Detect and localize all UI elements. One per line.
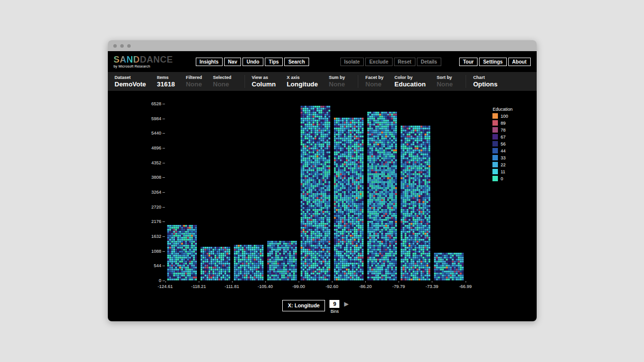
legend-row[interactable]: 11: [492, 169, 512, 174]
control-bar: DatasetDemoVoteItems31618FilteredNoneSel…: [108, 72, 537, 91]
y-tick-label: 2176: [135, 219, 161, 224]
legend-swatch: [492, 162, 498, 167]
logo-dance: DANCE: [140, 55, 173, 65]
menu-button-insights[interactable]: Insights: [196, 58, 223, 66]
control-value: 31618: [157, 80, 175, 88]
control-label: Chart: [473, 75, 497, 80]
control-view-as[interactable]: View asColumn: [252, 75, 276, 88]
control-selected[interactable]: SelectedNone: [213, 75, 232, 88]
legend-value-label: 56: [500, 142, 505, 146]
menu-button-tips[interactable]: Tips: [265, 58, 283, 66]
window-control-dot-3[interactable]: [127, 44, 131, 48]
legend-row[interactable]: 67: [492, 134, 512, 140]
x-tick-mark: [399, 281, 399, 283]
legend-row[interactable]: 33: [492, 155, 512, 160]
control-items[interactable]: Items31618: [157, 75, 175, 88]
control-value: Options: [473, 80, 497, 88]
y-tick-label: 1632: [135, 234, 161, 239]
bins-input[interactable]: 9: [329, 300, 339, 308]
logo-sand: SAND: [114, 55, 140, 65]
x-tick-mark: [232, 281, 233, 283]
x-tick-mark: [365, 281, 366, 283]
legend-value-label: 67: [500, 135, 505, 140]
legend-value-label: 0: [500, 176, 503, 181]
menu-button-undo[interactable]: Undo: [242, 58, 263, 66]
control-value: Longitude: [287, 80, 318, 88]
x-tick-mark: [199, 281, 199, 283]
control-label: Filtered: [186, 75, 202, 80]
legend-swatch: [492, 148, 498, 153]
y-tick-mark: [162, 119, 165, 119]
control-sum-by[interactable]: Sum byNone: [329, 75, 345, 88]
legend-swatch: [492, 169, 498, 174]
y-tick-label: 4896: [135, 145, 161, 150]
play-icon[interactable]: ▶: [344, 301, 348, 321]
menu-button-search[interactable]: Search: [284, 58, 309, 66]
legend-row[interactable]: 78: [492, 127, 512, 133]
selection-button-isolate[interactable]: Isolate: [340, 58, 364, 66]
controlbar-divider: [244, 75, 245, 88]
x-tick-label: -86.20: [359, 284, 372, 289]
y-tick-mark: [162, 133, 165, 134]
control-x-axis[interactable]: X axisLongitude: [287, 75, 318, 88]
menu-button-nav[interactable]: Nav: [224, 58, 241, 66]
legend-row[interactable]: 100: [492, 113, 512, 119]
utility-button-tour[interactable]: Tour: [459, 58, 478, 66]
y-tick-mark: [162, 236, 165, 237]
utility-button-about[interactable]: About: [508, 58, 531, 66]
control-dataset[interactable]: DatasetDemoVote: [115, 75, 146, 88]
legend-swatch: [492, 134, 498, 140]
window-control-dot-2[interactable]: [120, 44, 124, 48]
y-tick-label: 1088: [135, 249, 161, 254]
x-axis-button[interactable]: X: Longitude: [282, 300, 325, 311]
footer-controls: X: Longitude 9 Bins ▶: [108, 298, 537, 321]
selection-button-reset[interactable]: Reset: [394, 58, 415, 66]
utility-menu: TourSettingsAbout: [459, 58, 531, 66]
selection-button-exclude[interactable]: Exclude: [365, 58, 392, 66]
x-tick-label: -118.21: [191, 284, 206, 289]
utility-button-settings[interactable]: Settings: [479, 58, 506, 66]
legend-value-label: 44: [500, 148, 505, 153]
x-tick-mark: [466, 281, 466, 283]
legend-row[interactable]: 44: [492, 148, 512, 153]
window-titlebar[interactable]: [108, 40, 537, 51]
y-tick-mark: [162, 148, 165, 148]
x-tick-label: -111.81: [225, 284, 239, 289]
control-filtered[interactable]: FilteredNone: [186, 75, 202, 88]
x-tick-mark: [165, 281, 166, 283]
control-value: None: [437, 80, 453, 88]
legend-value-label: 89: [500, 121, 505, 126]
legend-row[interactable]: 89: [492, 120, 512, 126]
legend-value-label: 33: [500, 155, 505, 160]
control-color-by[interactable]: Color byEducation: [395, 75, 426, 88]
control-label: View as: [252, 75, 276, 80]
app-content: SANDDANCE by Microsoft Research Insights…: [108, 51, 537, 321]
legend-swatch: [492, 176, 498, 181]
column-chart-bars[interactable]: [165, 104, 466, 281]
control-sort-by[interactable]: Sort byNone: [437, 75, 453, 88]
legend-swatch: [492, 120, 498, 126]
y-tick-mark: [162, 192, 165, 193]
y-tick-label: 5440: [135, 131, 161, 136]
control-chart[interactable]: ChartOptions: [473, 75, 497, 88]
x-tick-mark: [332, 281, 332, 283]
selection-button-details[interactable]: Details: [417, 58, 441, 66]
x-tick-label: -105.40: [258, 284, 273, 289]
window-control-dot-1[interactable]: [113, 44, 117, 48]
legend-row[interactable]: 0: [492, 176, 512, 181]
control-label: Selected: [213, 75, 232, 80]
y-tick-label: 5984: [135, 116, 161, 121]
y-tick-label: 3264: [135, 190, 161, 195]
legend-value-label: 22: [500, 162, 505, 167]
x-tick-label: -124.61: [158, 284, 173, 289]
legend-value-label: 11: [500, 169, 505, 174]
control-value: None: [365, 80, 384, 88]
legend-row[interactable]: 22: [492, 162, 512, 167]
control-value: Column: [252, 80, 276, 88]
legend-row[interactable]: 56: [492, 141, 512, 146]
app-header: SANDDANCE by Microsoft Research Insights…: [108, 51, 537, 72]
y-tick-mark: [162, 104, 165, 104]
controlbar-divider: [466, 75, 466, 88]
control-label: Facet by: [365, 75, 384, 80]
control-facet-by[interactable]: Facet byNone: [365, 75, 384, 88]
